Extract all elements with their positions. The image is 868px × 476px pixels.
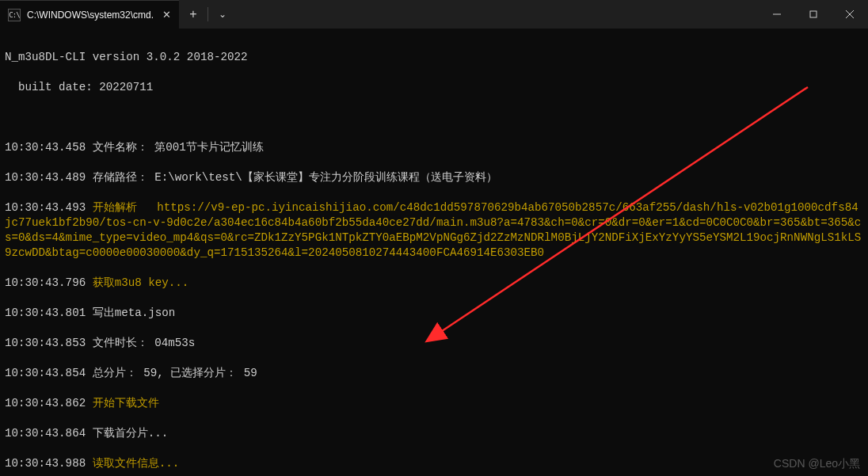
maximize-icon — [809, 10, 817, 18]
log-savepath: 10:30:43.489 存储路径： E:\work\test\【家长课堂】专注… — [5, 170, 863, 185]
log-segments: 10:30:43.854 总分片： 59, 已选择分片： 59 — [5, 366, 863, 381]
log-meta: 10:30:43.801 写出meta.json — [5, 306, 863, 321]
tab-dropdown-button[interactable]: ⌄ — [208, 0, 237, 29]
maximize-button[interactable] — [795, 0, 832, 29]
log-firstseg: 10:30:43.864 下载首分片... — [5, 426, 863, 441]
log-parse: 10:30:43.493 开始解析 https://v9-ep-pc.iyinc… — [5, 200, 863, 261]
cmd-icon: C:\ — [8, 9, 21, 21]
minimize-button[interactable] — [759, 0, 795, 29]
log-startdl: 10:30:43.862 开始下载文件 — [5, 396, 863, 411]
close-button[interactable] — [832, 0, 868, 29]
terminal-output[interactable]: N_m3u8DL-CLI version 3.0.2 2018-2022 bui… — [0, 29, 868, 476]
new-tab-button[interactable]: + — [179, 0, 207, 29]
log-filename: 10:30:43.458 文件名称： 第001节卡片记忆训练 — [5, 140, 863, 155]
close-icon — [846, 10, 854, 18]
build-date: built date: 20220711 — [5, 80, 863, 95]
minimize-icon — [773, 10, 781, 18]
log-readinfo: 10:30:43.988 读取文件信息... — [5, 456, 863, 471]
log-duration: 10:30:43.853 文件时长： 04m53s — [5, 336, 863, 351]
tab-actions: + ⌄ — [179, 0, 237, 29]
svg-rect-1 — [810, 11, 817, 17]
close-tab-button[interactable]: ✕ — [160, 9, 173, 21]
terminal-tab[interactable]: C:\ C:\WINDOWS\system32\cmd. ✕ — [0, 0, 179, 29]
csdn-watermark: CSDN @Leo小黑 — [774, 457, 860, 471]
window-titlebar: C:\ C:\WINDOWS\system32\cmd. ✕ + ⌄ — [0, 0, 868, 29]
tab-title: C:\WINDOWS\system32\cmd. — [27, 10, 154, 21]
window-controls — [759, 0, 868, 29]
tab-strip: C:\ C:\WINDOWS\system32\cmd. ✕ + ⌄ — [0, 0, 237, 29]
app-header: N_m3u8DL-CLI version 3.0.2 2018-2022 — [5, 50, 863, 65]
blank-line — [5, 110, 863, 125]
log-getkey: 10:30:43.796 获取m3u8 key... — [5, 276, 863, 291]
